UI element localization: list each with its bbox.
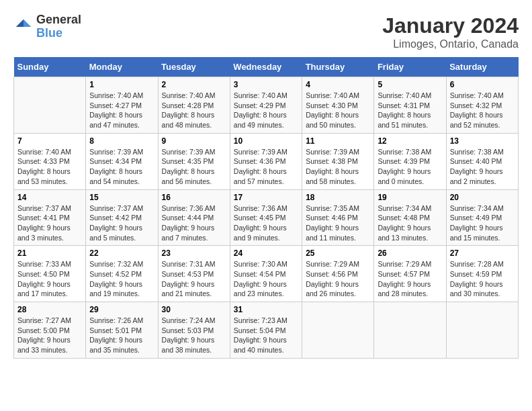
calendar-cell: 14 Sunrise: 7:37 AMSunset: 4:41 PMDaylig… bbox=[14, 189, 86, 246]
calendar-cell: 13 Sunrise: 7:38 AMSunset: 4:40 PMDaylig… bbox=[446, 133, 518, 189]
day-number: 13 bbox=[450, 136, 515, 146]
day-number: 25 bbox=[306, 248, 370, 258]
day-info: Sunrise: 7:29 AMSunset: 4:57 PMDaylight:… bbox=[378, 259, 442, 299]
calendar-cell: 1 Sunrise: 7:40 AMSunset: 4:27 PMDayligh… bbox=[86, 77, 158, 134]
weekday-header-saturday: Saturday bbox=[446, 57, 518, 77]
day-info: Sunrise: 7:40 AMSunset: 4:27 PMDaylight:… bbox=[89, 91, 154, 130]
day-info: Sunrise: 7:40 AMSunset: 4:29 PMDaylight:… bbox=[234, 91, 298, 130]
calendar-cell bbox=[14, 77, 86, 134]
day-number: 27 bbox=[450, 248, 515, 258]
calendar-cell: 19 Sunrise: 7:34 AMSunset: 4:48 PMDaylig… bbox=[374, 189, 446, 246]
logo: General Blue bbox=[13, 13, 81, 40]
page-header: General Blue January 2024 Limoges, Ontar… bbox=[13, 13, 519, 50]
weekday-header-friday: Friday bbox=[374, 57, 446, 77]
day-number: 30 bbox=[162, 305, 226, 314]
calendar-cell bbox=[374, 302, 446, 359]
day-number: 28 bbox=[17, 305, 82, 314]
day-number: 1 bbox=[89, 80, 154, 89]
day-number: 10 bbox=[234, 136, 298, 146]
calendar-cell: 9 Sunrise: 7:39 AMSunset: 4:35 PMDayligh… bbox=[158, 133, 230, 189]
calendar-cell: 12 Sunrise: 7:38 AMSunset: 4:39 PMDaylig… bbox=[374, 133, 446, 189]
day-info: Sunrise: 7:34 AMSunset: 4:49 PMDaylight:… bbox=[450, 203, 515, 243]
day-number: 16 bbox=[162, 193, 226, 202]
weekday-header-tuesday: Tuesday bbox=[158, 57, 230, 77]
day-number: 21 bbox=[17, 248, 82, 258]
calendar-week-1: 1 Sunrise: 7:40 AMSunset: 4:27 PMDayligh… bbox=[14, 77, 519, 134]
calendar-cell: 28 Sunrise: 7:27 AMSunset: 5:00 PMDaylig… bbox=[14, 302, 86, 359]
day-number: 6 bbox=[450, 80, 515, 89]
day-number: 11 bbox=[306, 136, 370, 146]
day-info: Sunrise: 7:29 AMSunset: 4:56 PMDaylight:… bbox=[306, 259, 370, 299]
day-info: Sunrise: 7:40 AMSunset: 4:30 PMDaylight:… bbox=[306, 91, 370, 130]
day-info: Sunrise: 7:40 AMSunset: 4:31 PMDaylight:… bbox=[378, 91, 442, 130]
day-info: Sunrise: 7:34 AMSunset: 4:48 PMDaylight:… bbox=[378, 203, 442, 243]
day-info: Sunrise: 7:38 AMSunset: 4:40 PMDaylight:… bbox=[450, 147, 515, 187]
calendar-cell: 22 Sunrise: 7:32 AMSunset: 4:52 PMDaylig… bbox=[86, 246, 158, 302]
day-info: Sunrise: 7:40 AMSunset: 4:33 PMDaylight:… bbox=[17, 147, 82, 187]
day-info: Sunrise: 7:26 AMSunset: 5:01 PMDaylight:… bbox=[89, 316, 154, 355]
calendar-week-4: 21 Sunrise: 7:33 AMSunset: 4:50 PMDaylig… bbox=[14, 246, 519, 302]
day-number: 18 bbox=[306, 193, 370, 202]
calendar-cell: 10 Sunrise: 7:39 AMSunset: 4:36 PMDaylig… bbox=[230, 133, 302, 189]
calendar-body: 1 Sunrise: 7:40 AMSunset: 4:27 PMDayligh… bbox=[14, 77, 519, 359]
calendar-cell: 16 Sunrise: 7:36 AMSunset: 4:44 PMDaylig… bbox=[158, 189, 230, 246]
day-number: 3 bbox=[234, 80, 298, 89]
calendar-cell: 15 Sunrise: 7:37 AMSunset: 4:42 PMDaylig… bbox=[86, 189, 158, 246]
day-number: 29 bbox=[89, 305, 154, 314]
calendar-cell bbox=[302, 302, 374, 359]
weekday-header-row: SundayMondayTuesdayWednesdayThursdayFrid… bbox=[14, 57, 519, 77]
calendar-cell: 17 Sunrise: 7:36 AMSunset: 4:45 PMDaylig… bbox=[230, 189, 302, 246]
day-number: 2 bbox=[162, 80, 226, 89]
calendar-cell: 25 Sunrise: 7:29 AMSunset: 4:56 PMDaylig… bbox=[302, 246, 374, 302]
day-number: 15 bbox=[89, 193, 154, 202]
day-number: 7 bbox=[17, 136, 82, 146]
day-info: Sunrise: 7:40 AMSunset: 4:32 PMDaylight:… bbox=[450, 91, 515, 130]
day-info: Sunrise: 7:39 AMSunset: 4:34 PMDaylight:… bbox=[89, 147, 154, 187]
day-info: Sunrise: 7:40 AMSunset: 4:28 PMDaylight:… bbox=[162, 91, 226, 130]
calendar-cell: 20 Sunrise: 7:34 AMSunset: 4:49 PMDaylig… bbox=[446, 189, 518, 246]
subtitle: Limoges, Ontario, Canada bbox=[382, 38, 519, 50]
calendar-cell: 21 Sunrise: 7:33 AMSunset: 4:50 PMDaylig… bbox=[14, 246, 86, 302]
calendar-table: SundayMondayTuesdayWednesdayThursdayFrid… bbox=[13, 57, 519, 359]
weekday-header-monday: Monday bbox=[86, 57, 158, 77]
day-info: Sunrise: 7:30 AMSunset: 4:54 PMDaylight:… bbox=[234, 259, 298, 299]
calendar-week-5: 28 Sunrise: 7:27 AMSunset: 5:00 PMDaylig… bbox=[14, 302, 519, 359]
day-info: Sunrise: 7:35 AMSunset: 4:46 PMDaylight:… bbox=[306, 203, 370, 243]
day-number: 9 bbox=[162, 136, 226, 146]
day-info: Sunrise: 7:36 AMSunset: 4:44 PMDaylight:… bbox=[162, 203, 226, 243]
calendar-week-2: 7 Sunrise: 7:40 AMSunset: 4:33 PMDayligh… bbox=[14, 133, 519, 189]
day-number: 14 bbox=[17, 193, 82, 202]
day-info: Sunrise: 7:32 AMSunset: 4:52 PMDaylight:… bbox=[89, 259, 154, 299]
day-info: Sunrise: 7:28 AMSunset: 4:59 PMDaylight:… bbox=[450, 259, 515, 299]
main-title: January 2024 bbox=[382, 13, 519, 38]
calendar-cell: 5 Sunrise: 7:40 AMSunset: 4:31 PMDayligh… bbox=[374, 77, 446, 134]
calendar-cell: 24 Sunrise: 7:30 AMSunset: 4:54 PMDaylig… bbox=[230, 246, 302, 302]
calendar-cell: 31 Sunrise: 7:23 AMSunset: 5:04 PMDaylig… bbox=[230, 302, 302, 359]
day-info: Sunrise: 7:38 AMSunset: 4:39 PMDaylight:… bbox=[378, 147, 442, 187]
weekday-header-sunday: Sunday bbox=[14, 57, 86, 77]
calendar-cell bbox=[446, 302, 518, 359]
day-info: Sunrise: 7:39 AMSunset: 4:36 PMDaylight:… bbox=[234, 147, 298, 187]
calendar-week-3: 14 Sunrise: 7:37 AMSunset: 4:41 PMDaylig… bbox=[14, 189, 519, 246]
calendar-cell: 30 Sunrise: 7:24 AMSunset: 5:03 PMDaylig… bbox=[158, 302, 230, 359]
day-info: Sunrise: 7:37 AMSunset: 4:41 PMDaylight:… bbox=[17, 203, 82, 243]
day-number: 31 bbox=[234, 305, 298, 314]
day-info: Sunrise: 7:39 AMSunset: 4:38 PMDaylight:… bbox=[306, 147, 370, 187]
calendar-cell: 4 Sunrise: 7:40 AMSunset: 4:30 PMDayligh… bbox=[302, 77, 374, 134]
logo-text-general: General bbox=[36, 13, 81, 26]
day-info: Sunrise: 7:27 AMSunset: 5:00 PMDaylight:… bbox=[17, 316, 82, 355]
calendar-cell: 27 Sunrise: 7:28 AMSunset: 4:59 PMDaylig… bbox=[446, 246, 518, 302]
day-info: Sunrise: 7:37 AMSunset: 4:42 PMDaylight:… bbox=[89, 203, 154, 243]
day-number: 19 bbox=[378, 193, 442, 202]
calendar-cell: 7 Sunrise: 7:40 AMSunset: 4:33 PMDayligh… bbox=[14, 133, 86, 189]
day-number: 5 bbox=[378, 80, 442, 89]
calendar-cell: 11 Sunrise: 7:39 AMSunset: 4:38 PMDaylig… bbox=[302, 133, 374, 189]
day-info: Sunrise: 7:36 AMSunset: 4:45 PMDaylight:… bbox=[234, 203, 298, 243]
weekday-header-wednesday: Wednesday bbox=[230, 57, 302, 77]
day-number: 20 bbox=[450, 193, 515, 202]
day-info: Sunrise: 7:23 AMSunset: 5:04 PMDaylight:… bbox=[234, 316, 298, 355]
day-info: Sunrise: 7:31 AMSunset: 4:53 PMDaylight:… bbox=[162, 259, 226, 299]
svg-marker-0 bbox=[24, 19, 31, 27]
svg-marker-1 bbox=[16, 19, 24, 27]
calendar-cell: 3 Sunrise: 7:40 AMSunset: 4:29 PMDayligh… bbox=[230, 77, 302, 134]
